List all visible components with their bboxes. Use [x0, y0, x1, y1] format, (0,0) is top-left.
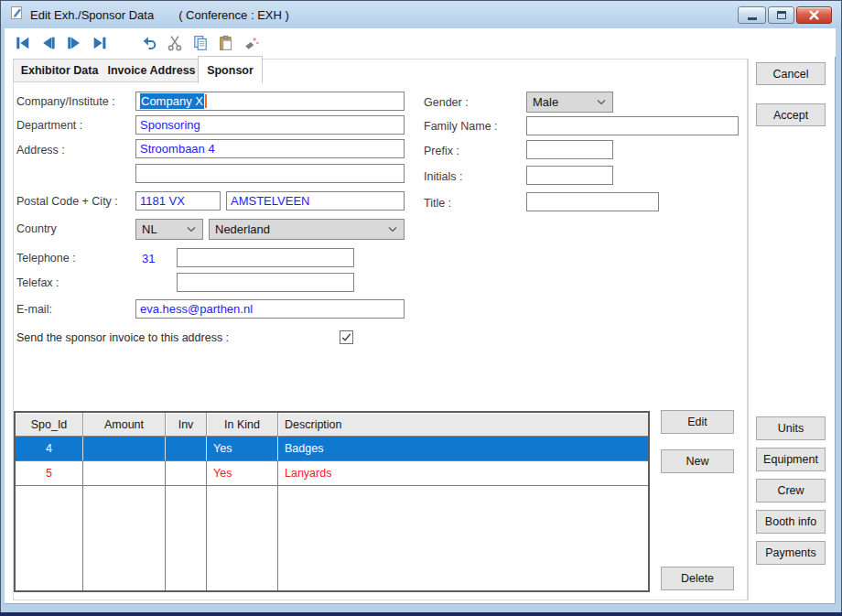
- window-conference: ( Conference : EXH ): [178, 8, 289, 22]
- cut-button[interactable]: [167, 35, 183, 51]
- cell-in-kind: Yes: [207, 437, 278, 460]
- address-field-2[interactable]: [135, 164, 405, 183]
- telefax-field[interactable]: [177, 273, 354, 292]
- minimize-button[interactable]: [738, 6, 766, 24]
- window-frame-bottom: [0, 612, 842, 616]
- cell-in-kind: Yes: [207, 461, 278, 485]
- chevron-down-icon: [388, 226, 397, 232]
- title-label: Title :: [424, 197, 451, 210]
- initials-field[interactable]: [526, 166, 613, 185]
- table-empty-area: [16, 486, 648, 590]
- table-row[interactable]: 5 Yes Lanyards: [16, 461, 648, 486]
- app-window: Edit Exh./Sponsor Data ( Conference : EX…: [0, 0, 842, 616]
- table-header: Spo_Id Amount Inv In Kind Description: [16, 413, 648, 437]
- new-button[interactable]: New: [661, 449, 734, 473]
- previous-record-icon: [40, 35, 57, 51]
- copy-icon: [192, 35, 209, 51]
- country-code-select[interactable]: NL: [135, 219, 203, 240]
- crew-button[interactable]: Crew: [756, 479, 826, 503]
- window-title: Edit Exh./Sponsor Data: [30, 8, 154, 22]
- chevron-down-icon: [597, 99, 606, 105]
- text-caret: [205, 94, 207, 108]
- column-header-in-kind[interactable]: In Kind: [207, 413, 278, 436]
- next-record-button[interactable]: [66, 35, 82, 51]
- tab-label: Exhibitor Data: [21, 64, 99, 77]
- gender-label: Gender :: [424, 96, 469, 109]
- email-label: E-mail:: [16, 303, 52, 316]
- column-header-inv[interactable]: Inv: [166, 413, 207, 436]
- maximize-icon: [777, 11, 786, 19]
- last-record-button[interactable]: [92, 35, 108, 51]
- previous-record-button[interactable]: [40, 35, 57, 51]
- edit-button[interactable]: Edit: [661, 410, 734, 434]
- column-header-spo-id[interactable]: Spo_Id: [16, 413, 83, 436]
- copy-button[interactable]: [192, 35, 209, 51]
- cell-description: Badges: [278, 437, 648, 460]
- city-field[interactable]: AMSTELVEEN: [226, 191, 405, 211]
- gender-select[interactable]: Male: [526, 92, 613, 113]
- telephone-field[interactable]: [177, 248, 354, 267]
- address-field-1[interactable]: Stroombaan 4: [135, 139, 405, 158]
- email-field[interactable]: eva.hess@parthen.nl: [135, 299, 405, 319]
- cell-description: Lanyards: [278, 461, 648, 485]
- invoice-checkbox[interactable]: [340, 330, 353, 344]
- country-name-select[interactable]: Nederland: [209, 219, 405, 240]
- tab-exhibitor-data[interactable]: Exhibitor Data: [13, 59, 106, 82]
- minimize-icon: [748, 17, 757, 20]
- panel-separator: [748, 59, 749, 600]
- column-header-description[interactable]: Description: [278, 413, 648, 436]
- units-button[interactable]: Units: [756, 416, 826, 440]
- cell-spo-id: 5: [16, 461, 83, 485]
- maximize-button[interactable]: [768, 6, 794, 24]
- family-name-label: Family Name :: [424, 120, 498, 133]
- company-value: Company X: [140, 93, 204, 109]
- company-field[interactable]: Company X: [135, 92, 405, 111]
- tab-label: Sponsor: [207, 64, 254, 77]
- address-value-1: Stroombaan 4: [140, 142, 215, 156]
- tab-sponsor[interactable]: Sponsor: [198, 56, 263, 83]
- merge-delete-button[interactable]: [243, 35, 260, 51]
- merge-delete-icon: [243, 35, 260, 51]
- country-code-value: NL: [142, 222, 157, 236]
- equipment-button[interactable]: Equipment: [756, 448, 826, 471]
- family-name-field[interactable]: [526, 116, 739, 135]
- telephone-label: Telephone :: [16, 252, 76, 265]
- title-bar[interactable]: Edit Exh./Sponsor Data ( Conference : EX…: [1, 1, 841, 28]
- sponsor-table[interactable]: Spo_Id Amount Inv In Kind Description 4 …: [14, 411, 650, 592]
- chevron-down-icon: [187, 226, 196, 232]
- column-header-amount[interactable]: Amount: [83, 413, 166, 436]
- initials-label: Initials :: [424, 170, 462, 183]
- invoice-checkbox-label: Send the sponsor invoice to this address…: [16, 331, 229, 344]
- delete-button[interactable]: Delete: [661, 567, 734, 590]
- postal-code-field[interactable]: 1181 VX: [135, 191, 221, 211]
- email-value: eva.hess@parthen.nl: [140, 302, 253, 316]
- tab-label: Invoice Address: [107, 64, 195, 77]
- close-button[interactable]: [796, 6, 832, 24]
- accept-button[interactable]: Accept: [756, 103, 826, 126]
- department-label: Department :: [16, 119, 82, 132]
- telephone-prefix: 31: [142, 252, 155, 265]
- booth-info-button[interactable]: Booth info: [756, 510, 826, 534]
- first-record-button[interactable]: [15, 35, 31, 51]
- last-record-icon: [92, 35, 108, 51]
- address-label: Address :: [16, 144, 65, 157]
- undo-button[interactable]: [141, 35, 157, 51]
- paste-button[interactable]: [218, 35, 234, 51]
- prefix-field[interactable]: [526, 140, 613, 159]
- cell-spo-id: 4: [16, 437, 83, 460]
- undo-icon: [141, 35, 157, 51]
- toolbar: [5, 28, 836, 57]
- prefix-label: Prefix :: [424, 145, 459, 157]
- cell-inv: [166, 437, 207, 460]
- department-field[interactable]: Sponsoring: [135, 115, 405, 135]
- cancel-button[interactable]: Cancel: [756, 62, 826, 85]
- title-field[interactable]: [526, 192, 659, 211]
- cut-icon: [167, 35, 183, 51]
- table-row[interactable]: 4 Yes Badges: [16, 437, 648, 461]
- first-record-icon: [15, 35, 31, 51]
- cell-amount: [83, 437, 166, 460]
- tab-invoice-address[interactable]: Invoice Address: [105, 59, 199, 82]
- country-name-value: Nederland: [215, 222, 270, 236]
- next-record-icon: [66, 35, 82, 51]
- payments-button[interactable]: Payments: [756, 541, 826, 565]
